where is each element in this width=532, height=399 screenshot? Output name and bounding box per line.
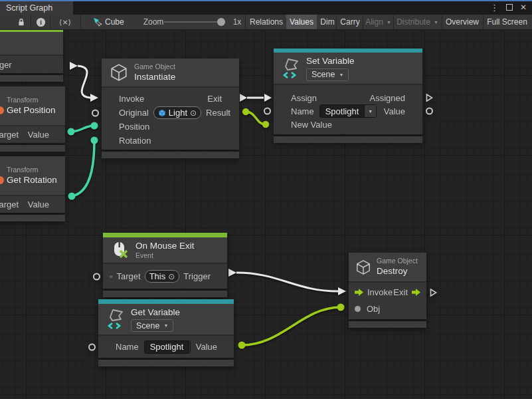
- node-category: Transform: [7, 96, 56, 104]
- toolbar-button-carry[interactable]: Carry: [337, 15, 363, 29]
- wire-get-position-to-position[interactable]: [68, 122, 98, 136]
- toolbar-button-values[interactable]: Values: [286, 15, 317, 29]
- obj-port-icon[interactable]: [355, 306, 361, 312]
- code-icon: ⟨×⟩: [59, 18, 71, 27]
- zoom-slider-knob[interactable]: [217, 18, 225, 26]
- port-name-input[interactable]: [264, 108, 271, 115]
- node-instantiate[interactable]: Game Object Instantiate Invoke Exit Orig…: [102, 59, 239, 158]
- port-original-input[interactable]: [92, 109, 99, 116]
- svg-text:i: i: [40, 19, 42, 26]
- port-label-value: Value: [28, 130, 49, 140]
- toolbar-button-distribute[interactable]: Distribute▼: [394, 15, 441, 29]
- object-field-this[interactable]: This ⊙: [145, 270, 180, 283]
- wire-trigger-to-destroy-invoke[interactable]: [228, 269, 346, 295]
- object-field-light[interactable]: Light ⊙: [153, 106, 201, 119]
- game-object-icon-blue: [158, 109, 166, 117]
- port-exit-output[interactable]: [430, 288, 437, 297]
- tab-bar: Script Graph ⋮ ✕: [0, 0, 532, 15]
- tab-script-graph[interactable]: Script Graph: [0, 1, 73, 15]
- variable-scope-dropdown[interactable]: Scene ▼: [131, 319, 173, 332]
- variable-name-value: Spotlight: [145, 341, 189, 353]
- object-field-value: Light: [169, 108, 187, 118]
- node-header: Transform Get Position: [0, 86, 65, 125]
- variable-scope-dropdown[interactable]: Scene ▼: [306, 68, 349, 81]
- toolbar-divider: [393, 15, 394, 29]
- port-assigned-output[interactable]: [426, 94, 433, 102]
- graph-canvas[interactable]: Trigger Transform Get Position Target Va…: [0, 29, 532, 399]
- node-header: On Mouse Exit Event: [103, 237, 227, 263]
- invoke-flow-icon[interactable]: [355, 289, 363, 296]
- node-set-variable[interactable]: Set Variable Scene ▼ Assign Assigned: [274, 49, 422, 143]
- toolbar-button-full-screen[interactable]: Full Screen: [484, 15, 531, 29]
- port-value-output[interactable]: [426, 108, 433, 115]
- toolbar-divider: [245, 15, 246, 29]
- port-label-value: Value: [196, 342, 217, 352]
- port-label-invoke: Invoke: [367, 287, 393, 297]
- node-get-position[interactable]: Transform Get Position Target Value: [0, 86, 65, 152]
- node-on-mouse-exit[interactable]: On Mouse Exit Event Target This ⊙ Trigge…: [103, 233, 227, 297]
- close-icon[interactable]: ✕: [520, 3, 527, 11]
- port-label-assigned: Assigned: [370, 93, 405, 103]
- variable-name-dropdown[interactable]: Spotlight ▼: [319, 104, 377, 118]
- info-button[interactable]: i: [31, 15, 50, 29]
- variable-icon: [105, 307, 125, 331]
- port-target-input[interactable]: [93, 273, 100, 280]
- wire-get-rotation-to-rotation[interactable]: [68, 137, 98, 200]
- toolbar-divider: [363, 15, 363, 29]
- graph-toolbar: i ⟨×⟩ Cube Zoom 1x R: [0, 15, 532, 30]
- wires-layer: [0, 29, 532, 399]
- node-get-variable[interactable]: Get Variable Scene ▼ Name Spotlight ▼ Va…: [98, 299, 234, 366]
- toolbar-button-overview[interactable]: Overview: [442, 15, 482, 29]
- port-label-name: Name: [291, 106, 314, 116]
- node-footer: [98, 360, 234, 366]
- port-label-invoke: Invoke: [119, 94, 144, 104]
- zoom-label: Zoom: [141, 15, 165, 29]
- port-label-trigger: Trigger: [183, 271, 211, 281]
- wire-event-to-instantiate-invoke[interactable]: [70, 62, 98, 102]
- game-object-cube-icon: [110, 271, 113, 282]
- exit-flow-icon[interactable]: [412, 289, 420, 296]
- graph-breadcrumb[interactable]: Cube: [105, 15, 132, 29]
- node-subtitle: Event: [135, 251, 195, 260]
- wire-get-variable-to-obj[interactable]: [238, 304, 345, 349]
- port-label-obj: Obj: [367, 304, 380, 314]
- node-footer: [0, 145, 65, 152]
- node-footer: [349, 321, 426, 328]
- variable-name-value: Spotlight: [320, 105, 365, 117]
- object-picker-icon[interactable]: ⊙: [190, 108, 197, 118]
- info-icon: i: [36, 17, 46, 27]
- node-destroy[interactable]: Game Object Destroy Invoke Exit: [349, 253, 426, 328]
- node-clipped-event[interactable]: Trigger: [0, 29, 63, 82]
- wire-exit-to-assign[interactable]: [240, 94, 272, 102]
- variable-icon: [280, 57, 300, 80]
- variable-name-dropdown[interactable]: Spotlight ▼: [144, 340, 191, 354]
- game-object-cube-icon: [355, 259, 371, 275]
- toolbar-button-dim[interactable]: Dim: [318, 15, 337, 29]
- port-label-position: Position: [119, 122, 149, 132]
- node-title: Instantiate: [134, 71, 175, 83]
- code-preview-button[interactable]: ⟨×⟩: [50, 15, 80, 29]
- window-menu-icon[interactable]: ⋮: [490, 3, 499, 12]
- transform-icon: [0, 106, 4, 114]
- port-name-input[interactable]: [88, 343, 96, 350]
- port-label-result: Result: [206, 108, 230, 118]
- node-header: Game Object Instantiate: [102, 59, 239, 86]
- active-tab-accent-line: [0, 0, 532, 1]
- scope-label: Scene: [136, 321, 159, 331]
- toolbar-button-relations[interactable]: Relations: [247, 15, 286, 29]
- port-label-value: Value: [28, 200, 49, 209]
- toolbar-divider: [50, 15, 50, 29]
- lock-button[interactable]: [12, 15, 31, 29]
- object-picker-icon[interactable]: ⊙: [168, 272, 175, 281]
- node-footer: [0, 215, 65, 221]
- node-footer: [0, 75, 63, 82]
- graph-name-label: Cube: [105, 17, 124, 27]
- chevron-down-icon: ▼: [434, 20, 438, 25]
- maximize-icon[interactable]: [506, 4, 513, 11]
- zoom-slider-track[interactable]: [164, 21, 221, 23]
- toolbar-button-align[interactable]: Align▼: [363, 15, 393, 29]
- node-get-rotation[interactable]: Transform Get Rotation Target Value: [0, 156, 65, 221]
- mouse-exit-icon: [110, 240, 130, 260]
- chevron-down-icon: ▼: [189, 341, 190, 353]
- port-label-exit: Exit: [393, 287, 408, 297]
